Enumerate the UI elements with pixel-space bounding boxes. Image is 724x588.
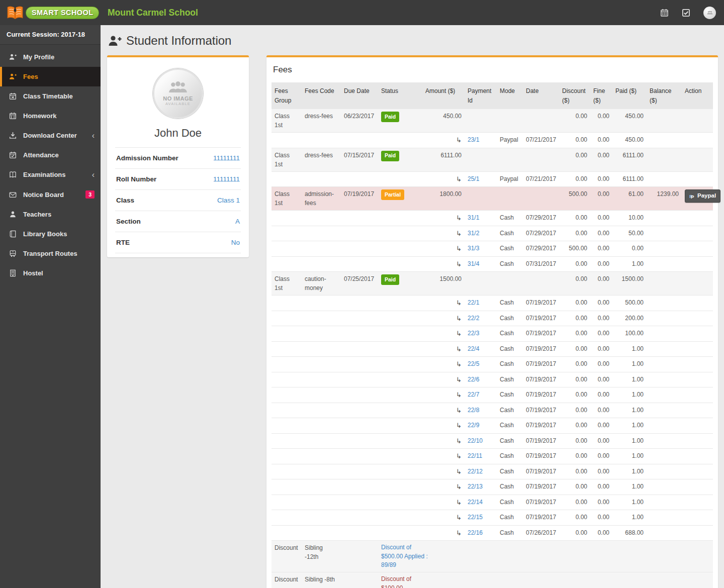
payment-id-link[interactable]: 22/4 — [468, 345, 479, 352]
cell-due-date — [341, 464, 378, 479]
cell-mode — [497, 572, 523, 588]
cell-arrow: ↳ — [422, 449, 465, 464]
paypal-pay-button[interactable]: PPPaypal — [685, 189, 720, 203]
sidebar-item-class-timetable[interactable]: Class Timetable — [0, 86, 101, 106]
cell-fees-code — [302, 372, 341, 387]
cell-paid: 1.00 — [612, 495, 647, 510]
sidebar-item-attendance[interactable]: Attendance — [0, 145, 101, 165]
payment-id-link[interactable]: 22/6 — [468, 376, 479, 383]
payment-id-link[interactable]: 31/3 — [468, 245, 479, 252]
sub-entry-arrow-icon: ↳ — [456, 260, 462, 268]
sub-entry-arrow-icon: ↳ — [456, 391, 462, 399]
cell-arrow: ↳ — [422, 357, 465, 372]
cell-due-date — [341, 171, 378, 187]
sidebar-item-my-profile[interactable]: My Profile — [0, 47, 101, 67]
cell-fees-group — [272, 525, 302, 541]
cell-payment-id: 22/4 — [465, 341, 497, 357]
payment-id-link[interactable]: 25/1 — [468, 175, 479, 182]
cell-status — [378, 311, 422, 326]
cell-action — [682, 387, 713, 403]
cell-discount: 500.00 — [559, 241, 590, 257]
cell-paid — [612, 572, 647, 588]
payment-id-link[interactable]: 23/1 — [468, 136, 479, 143]
detail-value: 11111111 — [213, 175, 240, 183]
table-row-payment: ↳22/3Cash07/19/20170.000.00100.00 — [272, 326, 713, 342]
cell-fees-group — [272, 449, 302, 464]
payment-id-link[interactable]: 22/14 — [468, 499, 483, 506]
tasks-icon[interactable] — [682, 9, 690, 17]
column-header-balance: Balance ($) — [647, 82, 682, 109]
cell-discount: 0.00 — [559, 357, 590, 372]
user-plus-icon — [9, 73, 17, 80]
payment-id-link[interactable]: 22/11 — [468, 452, 482, 459]
table-row-payment: ↳22/14Cash07/19/20170.000.001.00 — [272, 495, 713, 510]
payment-id-link[interactable]: 22/7 — [468, 391, 479, 398]
sidebar-item-library-books[interactable]: Library Books — [0, 224, 101, 244]
sidebar-item-download-center[interactable]: Download Center‹ — [0, 126, 101, 145]
payment-id-link[interactable]: 22/5 — [468, 360, 479, 367]
sidebar-item-label: Download Center — [23, 132, 77, 139]
table-row-payment: ↳22/9Cash07/19/20170.000.001.00 — [272, 418, 713, 434]
payment-id-link[interactable]: 22/15 — [468, 514, 483, 521]
cell-discount: 0.00 — [559, 464, 590, 479]
cell-paid: 0.00 — [612, 241, 647, 257]
app-logo[interactable]: SMART SCHOOL — [0, 5, 101, 21]
sidebar-item-teachers[interactable]: Teachers — [0, 205, 101, 224]
detail-row-class: ClassClass 1 — [115, 190, 241, 211]
cell-status: Paid — [378, 148, 422, 171]
cell-due-date — [341, 541, 378, 572]
user-plus-icon — [9, 53, 17, 61]
cell-balance — [647, 211, 682, 226]
cell-status — [378, 387, 422, 403]
cell-mode: Paypal — [497, 133, 523, 148]
payment-id-link[interactable]: 22/2 — [468, 315, 479, 322]
cell-action — [682, 171, 713, 187]
sidebar-item-notice-board[interactable]: Notice Board3 — [0, 184, 101, 205]
cell-fees-group: Class 1st — [272, 272, 302, 296]
payment-id-link[interactable]: 22/9 — [468, 422, 479, 429]
main-content: Student Information NO IMAGE AVAILABLE J… — [101, 0, 724, 588]
cell-action — [682, 418, 713, 434]
sidebar-item-examinations[interactable]: Examinations‹ — [0, 165, 101, 184]
sidebar-item-transport-routes[interactable]: Transport Routes — [0, 244, 101, 263]
payment-id-link[interactable]: 22/10 — [468, 437, 483, 444]
payment-id-link[interactable]: 31/2 — [468, 230, 479, 237]
logo-text: SMART SCHOOL — [26, 7, 99, 19]
cell-fine: 0.00 — [590, 226, 612, 241]
table-row-payment: ↳22/11Cash07/19/20170.000.001.00 — [272, 449, 713, 464]
payment-id-link[interactable]: 22/1 — [468, 299, 479, 306]
sidebar-item-hostel[interactable]: Hostel — [0, 263, 101, 283]
payment-id-link[interactable]: 22/8 — [468, 407, 479, 414]
cell-fine: 0.00 — [590, 495, 612, 510]
payment-id-link[interactable]: 31/1 — [468, 214, 479, 221]
detail-label: Roll Number — [116, 175, 156, 183]
cell-discount: 0.00 — [559, 403, 590, 418]
cell-fees-group — [272, 510, 302, 526]
cell-action — [682, 341, 713, 357]
cell-payment-id: 22/11 — [465, 449, 497, 464]
cell-discount: 0.00 — [559, 211, 590, 226]
cell-fees-code — [302, 341, 341, 357]
user-avatar[interactable] — [703, 7, 716, 19]
sub-entry-arrow-icon: ↳ — [456, 230, 462, 237]
payment-id-link[interactable]: 31/4 — [468, 260, 479, 267]
cell-fees-group — [272, 387, 302, 403]
cell-action — [682, 133, 713, 148]
status-badge: Paid — [381, 151, 399, 161]
sidebar-item-homework[interactable]: Homework — [0, 106, 101, 126]
cell-action — [682, 449, 713, 464]
cell-mode: Cash — [497, 311, 523, 326]
cell-arrow: ↳ — [422, 241, 465, 257]
calendar-check-icon — [9, 151, 17, 159]
payment-id-link[interactable]: 22/12 — [468, 468, 483, 475]
cell-date: 07/19/2017 — [523, 433, 559, 449]
cell-balance — [647, 541, 682, 572]
payment-id-link[interactable]: 22/16 — [468, 529, 483, 536]
payment-id-link[interactable]: 22/13 — [468, 483, 483, 490]
sidebar-item-fees[interactable]: Fees — [0, 67, 101, 86]
cell-fine: 0.00 — [590, 241, 612, 257]
calendar-icon[interactable] — [660, 9, 669, 17]
cell-status — [378, 525, 422, 541]
book-open-icon — [9, 171, 17, 178]
payment-id-link[interactable]: 22/3 — [468, 330, 479, 337]
